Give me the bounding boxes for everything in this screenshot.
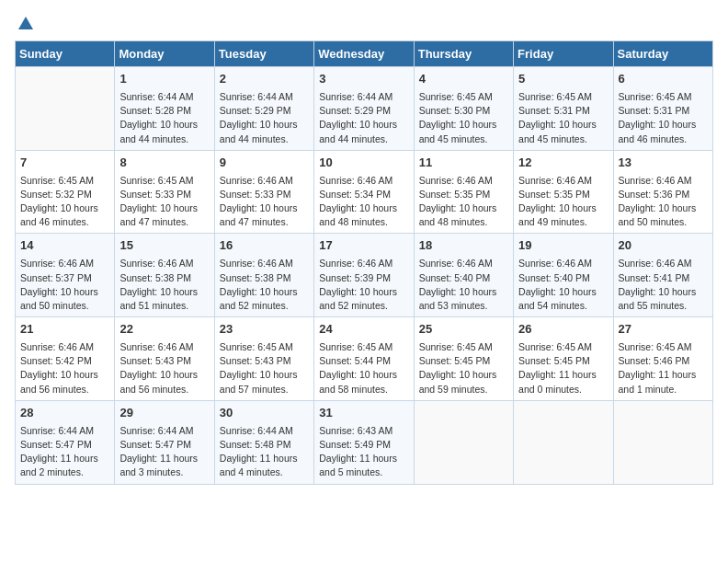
day-info: Sunrise: 6:46 AM Sunset: 5:43 PM Dayligh… bbox=[119, 340, 209, 396]
calendar-cell: 7Sunrise: 6:45 AM Sunset: 5:32 PM Daylig… bbox=[16, 150, 115, 234]
day-number: 23 bbox=[220, 321, 309, 339]
day-number: 24 bbox=[319, 321, 408, 339]
day-info: Sunrise: 6:45 AM Sunset: 5:43 PM Dayligh… bbox=[220, 340, 309, 396]
page-header bbox=[15, 15, 713, 33]
calendar-week-row: 14Sunrise: 6:46 AM Sunset: 5:37 PM Dayli… bbox=[16, 234, 713, 317]
day-number: 2 bbox=[220, 71, 309, 88]
day-number: 13 bbox=[619, 155, 708, 172]
day-info: Sunrise: 6:45 AM Sunset: 5:45 PM Dayligh… bbox=[419, 340, 508, 396]
day-info: Sunrise: 6:45 AM Sunset: 5:31 PM Dayligh… bbox=[619, 90, 708, 146]
calendar-cell: 14Sunrise: 6:46 AM Sunset: 5:37 PM Dayli… bbox=[16, 234, 115, 317]
logo-icon bbox=[17, 15, 35, 33]
calendar-week-row: 1Sunrise: 6:44 AM Sunset: 5:28 PM Daylig… bbox=[16, 67, 713, 151]
day-number: 16 bbox=[220, 237, 309, 255]
calendar-header-wednesday: Wednesday bbox=[314, 41, 414, 67]
calendar-cell: 3Sunrise: 6:44 AM Sunset: 5:29 PM Daylig… bbox=[314, 67, 414, 151]
calendar-week-row: 21Sunrise: 6:46 AM Sunset: 5:42 PM Dayli… bbox=[16, 317, 713, 401]
calendar-cell: 17Sunrise: 6:46 AM Sunset: 5:39 PM Dayli… bbox=[314, 234, 414, 317]
calendar-cell: 21Sunrise: 6:46 AM Sunset: 5:42 PM Dayli… bbox=[16, 317, 115, 401]
calendar-header-friday: Friday bbox=[514, 41, 613, 67]
calendar-header-sunday: Sunday bbox=[16, 41, 115, 67]
calendar-cell bbox=[514, 400, 613, 484]
day-number: 29 bbox=[119, 405, 209, 422]
calendar-cell bbox=[16, 67, 115, 151]
calendar-table: SundayMondayTuesdayWednesdayThursdayFrid… bbox=[15, 40, 713, 485]
day-number: 25 bbox=[419, 321, 508, 339]
calendar-cell: 13Sunrise: 6:46 AM Sunset: 5:36 PM Dayli… bbox=[613, 150, 712, 234]
day-number: 12 bbox=[518, 155, 608, 172]
calendar-cell: 22Sunrise: 6:46 AM Sunset: 5:43 PM Dayli… bbox=[115, 317, 214, 401]
calendar-header-saturday: Saturday bbox=[613, 41, 712, 67]
day-info: Sunrise: 6:45 AM Sunset: 5:46 PM Dayligh… bbox=[619, 340, 708, 396]
day-number: 1 bbox=[119, 71, 209, 88]
day-info: Sunrise: 6:43 AM Sunset: 5:49 PM Dayligh… bbox=[319, 424, 408, 480]
calendar-cell: 25Sunrise: 6:45 AM Sunset: 5:45 PM Dayli… bbox=[414, 317, 513, 401]
calendar-cell: 5Sunrise: 6:45 AM Sunset: 5:31 PM Daylig… bbox=[514, 67, 613, 151]
calendar-cell: 9Sunrise: 6:46 AM Sunset: 5:33 PM Daylig… bbox=[214, 150, 313, 234]
calendar-cell: 16Sunrise: 6:46 AM Sunset: 5:38 PM Dayli… bbox=[214, 234, 313, 317]
day-info: Sunrise: 6:46 AM Sunset: 5:42 PM Dayligh… bbox=[20, 340, 109, 396]
calendar-cell: 11Sunrise: 6:46 AM Sunset: 5:35 PM Dayli… bbox=[414, 150, 513, 234]
day-info: Sunrise: 6:45 AM Sunset: 5:32 PM Dayligh… bbox=[20, 174, 109, 230]
day-info: Sunrise: 6:46 AM Sunset: 5:40 PM Dayligh… bbox=[518, 257, 608, 313]
calendar-cell: 6Sunrise: 6:45 AM Sunset: 5:31 PM Daylig… bbox=[613, 67, 712, 151]
calendar-cell bbox=[613, 400, 712, 484]
calendar-week-row: 28Sunrise: 6:44 AM Sunset: 5:47 PM Dayli… bbox=[16, 400, 713, 484]
day-number: 20 bbox=[619, 237, 708, 255]
day-number: 27 bbox=[619, 321, 708, 339]
calendar-cell: 29Sunrise: 6:44 AM Sunset: 5:47 PM Dayli… bbox=[115, 400, 214, 484]
day-info: Sunrise: 6:44 AM Sunset: 5:28 PM Dayligh… bbox=[119, 90, 209, 146]
calendar-header-monday: Monday bbox=[115, 41, 214, 67]
day-info: Sunrise: 6:46 AM Sunset: 5:41 PM Dayligh… bbox=[619, 257, 708, 313]
day-number: 19 bbox=[518, 237, 608, 255]
day-info: Sunrise: 6:45 AM Sunset: 5:44 PM Dayligh… bbox=[319, 340, 408, 396]
day-info: Sunrise: 6:46 AM Sunset: 5:38 PM Dayligh… bbox=[119, 257, 209, 313]
calendar-header-tuesday: Tuesday bbox=[214, 41, 313, 67]
day-number: 17 bbox=[319, 237, 408, 255]
calendar-cell: 20Sunrise: 6:46 AM Sunset: 5:41 PM Dayli… bbox=[613, 234, 712, 317]
calendar-cell bbox=[414, 400, 513, 484]
day-number: 28 bbox=[20, 405, 109, 422]
logo bbox=[15, 15, 35, 33]
day-info: Sunrise: 6:44 AM Sunset: 5:47 PM Dayligh… bbox=[20, 424, 109, 480]
calendar-cell: 1Sunrise: 6:44 AM Sunset: 5:28 PM Daylig… bbox=[115, 67, 214, 151]
calendar-cell: 19Sunrise: 6:46 AM Sunset: 5:40 PM Dayli… bbox=[514, 234, 613, 317]
day-info: Sunrise: 6:46 AM Sunset: 5:34 PM Dayligh… bbox=[319, 174, 408, 230]
svg-marker-0 bbox=[18, 17, 33, 29]
day-number: 22 bbox=[119, 321, 209, 339]
day-number: 6 bbox=[619, 71, 708, 88]
calendar-cell: 24Sunrise: 6:45 AM Sunset: 5:44 PM Dayli… bbox=[314, 317, 414, 401]
calendar-cell: 28Sunrise: 6:44 AM Sunset: 5:47 PM Dayli… bbox=[16, 400, 115, 484]
day-number: 26 bbox=[518, 321, 608, 339]
calendar-header-thursday: Thursday bbox=[414, 41, 513, 67]
day-info: Sunrise: 6:44 AM Sunset: 5:29 PM Dayligh… bbox=[319, 90, 408, 146]
calendar-cell: 23Sunrise: 6:45 AM Sunset: 5:43 PM Dayli… bbox=[214, 317, 313, 401]
day-info: Sunrise: 6:46 AM Sunset: 5:35 PM Dayligh… bbox=[419, 174, 508, 230]
calendar-cell: 31Sunrise: 6:43 AM Sunset: 5:49 PM Dayli… bbox=[314, 400, 414, 484]
day-number: 3 bbox=[319, 71, 408, 88]
day-info: Sunrise: 6:45 AM Sunset: 5:30 PM Dayligh… bbox=[419, 90, 508, 146]
day-number: 31 bbox=[319, 405, 408, 422]
day-number: 9 bbox=[220, 155, 309, 172]
day-info: Sunrise: 6:45 AM Sunset: 5:33 PM Dayligh… bbox=[119, 174, 209, 230]
day-number: 10 bbox=[319, 155, 408, 172]
day-number: 8 bbox=[119, 155, 209, 172]
calendar-cell: 15Sunrise: 6:46 AM Sunset: 5:38 PM Dayli… bbox=[115, 234, 214, 317]
calendar-cell: 18Sunrise: 6:46 AM Sunset: 5:40 PM Dayli… bbox=[414, 234, 513, 317]
day-number: 30 bbox=[220, 405, 309, 422]
calendar-cell: 2Sunrise: 6:44 AM Sunset: 5:29 PM Daylig… bbox=[214, 67, 313, 151]
calendar-week-row: 7Sunrise: 6:45 AM Sunset: 5:32 PM Daylig… bbox=[16, 150, 713, 234]
day-info: Sunrise: 6:45 AM Sunset: 5:31 PM Dayligh… bbox=[518, 90, 608, 146]
day-info: Sunrise: 6:44 AM Sunset: 5:29 PM Dayligh… bbox=[220, 90, 309, 146]
calendar-cell: 4Sunrise: 6:45 AM Sunset: 5:30 PM Daylig… bbox=[414, 67, 513, 151]
calendar-cell: 10Sunrise: 6:46 AM Sunset: 5:34 PM Dayli… bbox=[314, 150, 414, 234]
day-info: Sunrise: 6:44 AM Sunset: 5:48 PM Dayligh… bbox=[220, 424, 309, 480]
day-info: Sunrise: 6:46 AM Sunset: 5:40 PM Dayligh… bbox=[419, 257, 508, 313]
day-number: 5 bbox=[518, 71, 608, 88]
day-number: 14 bbox=[20, 237, 109, 255]
calendar-cell: 26Sunrise: 6:45 AM Sunset: 5:45 PM Dayli… bbox=[514, 317, 613, 401]
day-info: Sunrise: 6:46 AM Sunset: 5:35 PM Dayligh… bbox=[518, 174, 608, 230]
day-info: Sunrise: 6:46 AM Sunset: 5:37 PM Dayligh… bbox=[20, 257, 109, 313]
day-info: Sunrise: 6:46 AM Sunset: 5:38 PM Dayligh… bbox=[220, 257, 309, 313]
day-info: Sunrise: 6:46 AM Sunset: 5:33 PM Dayligh… bbox=[220, 174, 309, 230]
